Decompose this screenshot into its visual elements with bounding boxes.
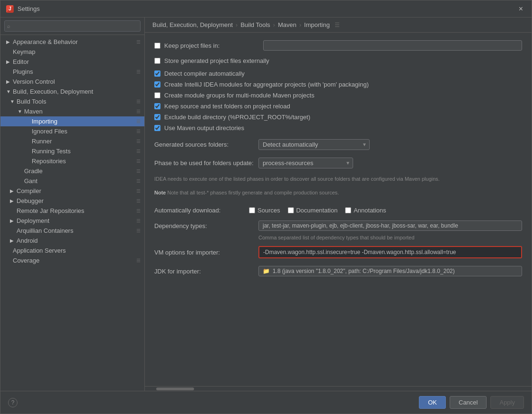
breadcrumb-maven[interactable]: Maven	[278, 21, 296, 28]
create-module-groups-checkbox[interactable]	[154, 92, 160, 98]
arrow-icon: ▶	[6, 59, 11, 64]
sidebar-item-keymap[interactable]: Keymap	[0, 47, 144, 57]
arrow-icon: ▼	[18, 109, 22, 114]
sidebar-item-label: Application Servers	[13, 247, 66, 254]
search-box: ⌕	[0, 18, 144, 35]
arrow-placeholder	[25, 159, 30, 164]
auto-download-label: Automatically download:	[154, 207, 249, 214]
breadcrumb-options-icon[interactable]: ☰	[335, 22, 340, 28]
close-button[interactable]: ×	[516, 4, 526, 14]
documentation-checkbox[interactable]	[288, 207, 294, 213]
arrow-icon: ▶	[10, 238, 15, 243]
exclude-build-checkbox[interactable]	[154, 114, 160, 120]
sidebar-item-compiler[interactable]: ▶ Compiler ☰	[0, 186, 144, 196]
settings-icon: ☰	[136, 188, 141, 194]
sidebar-item-label: Build Tools	[17, 98, 46, 105]
sidebar-item-label: Gradle	[24, 167, 43, 175]
search-input[interactable]	[4, 20, 141, 32]
search-wrapper: ⌕	[4, 20, 141, 32]
keep-source-row: Keep source and test folders on project …	[154, 103, 522, 110]
phase-select[interactable]: process-resources generate-sources gener…	[258, 158, 353, 168]
sidebar-item-label: Importing	[32, 118, 57, 125]
settings-content: Keep project files in: Store generated p…	[145, 33, 532, 386]
sidebar-item-label: Deployment	[17, 217, 49, 224]
arrow-placeholder	[6, 248, 11, 253]
generated-sources-select[interactable]: Detect automatically Target generated-so…	[258, 139, 370, 150]
generated-sources-select-wrapper: Detect automatically Target generated-so…	[258, 139, 370, 150]
store-generated-checkbox[interactable]	[154, 58, 160, 64]
sources-checkbox-label: Sources	[249, 207, 280, 214]
dependency-types-input[interactable]	[258, 220, 522, 231]
keep-project-files-checkbox-row: Keep project files in:	[154, 42, 263, 49]
generated-sources-label: Generated sources folders:	[154, 141, 258, 148]
create-modules-checkbox[interactable]	[154, 81, 160, 88]
cancel-button[interactable]: Cancel	[450, 396, 487, 409]
sidebar-item-gant[interactable]: Gant ☰	[0, 176, 144, 186]
detect-compiler-label: Detect compiler automatically	[164, 70, 245, 77]
keep-project-files-input[interactable]	[263, 40, 522, 51]
jdk-text: 1.8 (java version "1.8.0_202", path: C:/…	[273, 268, 455, 274]
sidebar-item-plugins[interactable]: Plugins ☰	[0, 67, 144, 77]
sidebar-item-ignored-files[interactable]: Ignored Files ☰	[0, 126, 144, 136]
detect-compiler-checkbox[interactable]	[154, 70, 160, 77]
ok-button[interactable]: OK	[419, 396, 446, 409]
sidebar-item-label: Running Tests	[32, 148, 71, 155]
create-module-groups-label: Create module groups for multi-module Ma…	[164, 92, 314, 99]
sidebar-item-label: Build, Execution, Deployment	[13, 88, 93, 95]
sidebar-item-build-tools[interactable]: ▼ Build Tools ☰	[0, 97, 144, 106]
jdk-value[interactable]: 📁 1.8 (java version "1.8.0_202", path: C…	[258, 266, 522, 276]
store-generated-row: Store generated project files externally	[154, 57, 522, 64]
sidebar-item-deployment[interactable]: ▶ Deployment ☰	[0, 216, 144, 226]
sidebar-item-gradle[interactable]: Gradle ☰	[0, 166, 144, 176]
sidebar-item-running-tests[interactable]: Running Tests ☰	[0, 146, 144, 156]
sidebar-item-editor[interactable]: ▶ Editor	[0, 57, 144, 67]
settings-icon: ☰	[136, 139, 141, 144]
sidebar-item-importing[interactable]: Importing ☰	[0, 116, 144, 126]
sidebar: ⌕ ▶ Appearance & Behavior ☰ Keymap	[0, 18, 145, 391]
sidebar-item-arquillian[interactable]: Arquillian Containers ☰	[0, 226, 144, 236]
sidebar-item-build-exec[interactable]: ▼ Build, Execution, Deployment	[0, 87, 144, 97]
sidebar-item-app-servers[interactable]: Application Servers	[0, 246, 144, 255]
sidebar-item-maven[interactable]: ▼ Maven ☰	[0, 106, 144, 116]
vm-options-input[interactable]	[258, 246, 522, 258]
arrow-placeholder	[25, 149, 30, 154]
settings-icon: ☰	[136, 218, 141, 223]
sidebar-item-debugger[interactable]: ▶ Debugger ☰	[0, 196, 144, 206]
sources-checkbox[interactable]	[249, 207, 255, 213]
dependency-types-row: Dependency types:	[154, 220, 522, 231]
keep-source-checkbox[interactable]	[154, 103, 160, 109]
sidebar-item-remote-jar[interactable]: Remote Jar Repositories ☰	[0, 206, 144, 216]
help-button[interactable]: ?	[8, 398, 18, 407]
breadcrumb-build-exec[interactable]: Build, Execution, Deployment	[152, 21, 233, 28]
exclude-build-row: Exclude build directory (%PROJECT_ROOT%/…	[154, 114, 522, 121]
arrow-icon: ▶	[10, 198, 15, 203]
sidebar-item-runner[interactable]: Runner ☰	[0, 136, 144, 146]
auto-download-row: Automatically download: Sources Document…	[154, 207, 522, 214]
keep-project-files-checkbox[interactable]	[154, 43, 160, 49]
arrow-placeholder	[25, 119, 30, 124]
arrow-icon: ▼	[6, 89, 11, 94]
sidebar-item-android[interactable]: ▶ Android	[0, 236, 144, 246]
keep-project-files-row: Keep project files in:	[154, 40, 522, 51]
sidebar-item-label: Remote Jar Repositories	[17, 207, 84, 214]
sidebar-item-version-control[interactable]: ▶ Version Control	[0, 77, 144, 87]
settings-icon: ☰	[136, 168, 141, 174]
scrollbar-thumb[interactable]	[156, 388, 194, 390]
settings-icon: ☰	[136, 258, 141, 263]
horizontal-scrollbar[interactable]	[145, 386, 532, 391]
breadcrumb-build-tools[interactable]: Build Tools	[240, 21, 270, 28]
keep-project-files-label: Keep project files in:	[164, 42, 220, 49]
annotations-checkbox[interactable]	[345, 207, 351, 213]
use-maven-output-checkbox[interactable]	[154, 125, 160, 131]
settings-window: J Settings × ⌕ ▶ Appearance & Behavior ☰	[0, 0, 532, 414]
settings-icon: ☰	[136, 159, 141, 164]
sidebar-item-appearance[interactable]: ▶ Appearance & Behavior ☰	[0, 37, 144, 47]
window-title: Settings	[18, 5, 516, 12]
main-content: ⌕ ▶ Appearance & Behavior ☰ Keymap	[0, 18, 532, 391]
breadcrumb: Build, Execution, Deployment › Build Too…	[145, 18, 532, 33]
sidebar-item-coverage[interactable]: Coverage ☰	[0, 255, 144, 265]
sidebar-item-repositories[interactable]: Repositories ☰	[0, 156, 144, 166]
apply-button[interactable]: Apply	[490, 396, 524, 409]
jdk-row: JDK for importer: 📁 1.8 (java version "1…	[154, 266, 522, 276]
jdk-label: JDK for importer:	[154, 268, 258, 275]
